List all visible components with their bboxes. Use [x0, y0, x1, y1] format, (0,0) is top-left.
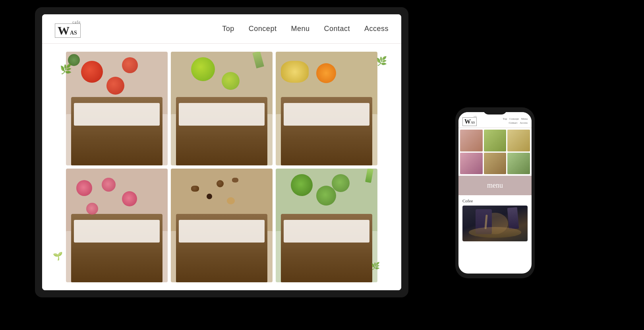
desktop-logo: cafe W AS	[55, 20, 81, 38]
nav-item-contact[interactable]: Contact	[324, 25, 350, 33]
nav-item-concept[interactable]: Concept	[249, 25, 277, 33]
nav-link-contact[interactable]: Contact	[324, 25, 350, 33]
phone-bread-4	[460, 153, 483, 175]
phone-coffee-image	[462, 206, 528, 241]
phone-nav-access[interactable]: Access	[520, 121, 528, 124]
phone-menu-section: menu	[458, 176, 532, 195]
bread-cucumber	[276, 169, 377, 282]
nav-link-concept[interactable]: Concept	[249, 25, 277, 33]
phone-nav-row-2: Contact Access	[509, 121, 528, 124]
phone-nav-concept[interactable]: Concept	[509, 117, 518, 120]
nav-link-menu[interactable]: Menu	[291, 25, 309, 33]
phone-bread-3	[507, 130, 530, 151]
logo-w: W	[58, 25, 70, 37]
monitor: cafe W AS Top Concept	[35, 7, 408, 297]
phone-logo: cafe W AS	[462, 115, 477, 126]
bread-cheese	[276, 52, 377, 165]
phone-navbar: cafe W AS Top Concept Menu Contact	[458, 112, 532, 128]
phone-bread-grid	[458, 128, 532, 176]
phone-bread-1	[460, 130, 483, 151]
bread-grid	[42, 44, 401, 290]
logo-as: AS	[70, 30, 77, 36]
desktop-hero: 🌿 🌱 🌿 🌿	[42, 44, 401, 290]
phone-logo-as: AS	[471, 121, 475, 124]
phone-coffee-label: Cofee	[462, 198, 528, 203]
phone-nav-menu[interactable]: Menu	[521, 117, 528, 120]
herb-bottom-left: 🌱	[53, 251, 63, 261]
nav-link-top[interactable]: Top	[222, 25, 234, 33]
phone-logo-brand: W AS	[462, 117, 477, 126]
herb-bottom-right: 🌿	[371, 262, 380, 270]
phone-coffee-section: Cofee	[458, 195, 532, 243]
phone-nav-row-1: Top Concept Menu	[503, 117, 528, 120]
phone-notch	[483, 107, 507, 115]
phone-bread-5	[484, 153, 507, 175]
logo-brand: W AS	[55, 23, 81, 38]
desktop-navbar: cafe W AS Top Concept	[42, 14, 401, 44]
phone-nav-rows: Top Concept Menu Contact Access	[503, 117, 528, 124]
herb-top-right: 🌿	[376, 56, 387, 66]
phone-screen: cafe W AS Top Concept Menu Contact	[458, 112, 532, 274]
desktop-nav-links: Top Concept Menu Contact Access	[222, 25, 389, 33]
desktop-nav: Top Concept Menu Contact Access	[222, 25, 389, 33]
nav-item-top[interactable]: Top	[222, 25, 234, 33]
scene: cafe W AS Top Concept	[0, 0, 644, 330]
herb-top-left: 🌿	[60, 64, 72, 75]
monitor-screen: cafe W AS Top Concept	[42, 14, 401, 290]
phone-nav-contact[interactable]: Contact	[509, 121, 517, 124]
bread-radish	[66, 169, 168, 282]
phone-menu-label: menu	[487, 181, 503, 189]
phone-bread-2	[484, 130, 507, 151]
nav-item-access[interactable]: Access	[364, 25, 389, 33]
nav-item-menu[interactable]: Menu	[291, 25, 309, 33]
bread-lime	[171, 52, 273, 165]
phone-nav-top[interactable]: Top	[503, 117, 507, 120]
phone: cafe W AS Top Concept Menu Contact	[455, 107, 535, 278]
phone-bread-6	[507, 153, 530, 175]
bread-nuts	[171, 169, 273, 282]
phone-logo-w: W	[464, 118, 471, 125]
bread-tomato	[66, 52, 168, 165]
nav-link-access[interactable]: Access	[364, 25, 389, 33]
